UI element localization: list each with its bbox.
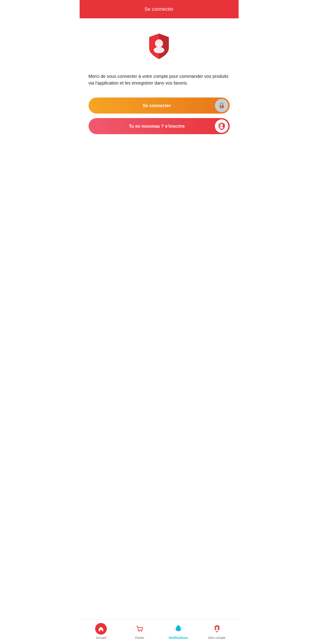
- cart-icon: [135, 624, 144, 633]
- bottom-nav: Accueil Panier Notifications: [80, 619, 238, 644]
- nav-item-cart[interactable]: Panier: [120, 623, 159, 640]
- bell-icon-wrapper: [172, 623, 184, 634]
- svg-point-5: [220, 124, 223, 126]
- main-content: Merci de vous connecter à votre compte p…: [80, 18, 238, 644]
- login-button-label: Se connecter: [88, 103, 230, 108]
- home-circle: [95, 623, 107, 634]
- svg-rect-4: [221, 106, 222, 107]
- svg-point-11: [215, 629, 219, 632]
- header-title: Se connecter: [144, 6, 174, 12]
- home-icon-wrapper: [95, 623, 107, 634]
- cart-icon-wrapper: [134, 623, 146, 634]
- nav-label-notifications: Notifications: [169, 636, 188, 640]
- svg-point-1: [154, 47, 164, 53]
- login-button[interactable]: Se connecter: [88, 98, 230, 114]
- svg-point-8: [141, 630, 142, 632]
- register-button-label: Tu es nouveau ? s'inscrire: [88, 124, 230, 129]
- nav-label-home: Accueil: [96, 636, 106, 640]
- lock-icon: [218, 102, 225, 109]
- bell-icon: [174, 624, 183, 633]
- nav-label-account: Mon compte: [208, 636, 226, 640]
- svg-rect-9: [177, 630, 179, 631]
- account-icon: [212, 624, 222, 633]
- register-button[interactable]: Tu es nouveau ? s'inscrire: [88, 118, 230, 134]
- nav-item-account[interactable]: Mon compte: [198, 623, 236, 640]
- home-icon: [98, 626, 104, 632]
- description-text: Merci de vous connecter à votre compte p…: [88, 73, 230, 86]
- buttons-container: Se connecter Tu es nouv: [88, 98, 230, 134]
- nav-item-notifications[interactable]: Notifications: [159, 623, 198, 640]
- svg-point-10: [216, 626, 218, 629]
- shield-container: [146, 32, 172, 62]
- svg-point-7: [138, 630, 139, 632]
- svg-point-0: [155, 39, 163, 48]
- register-button-icon: [215, 120, 228, 133]
- nav-item-home[interactable]: Accueil: [82, 623, 120, 640]
- header: Se connecter: [80, 0, 238, 18]
- svg-point-6: [220, 126, 224, 129]
- account-icon-wrapper: [211, 623, 223, 634]
- shield-person-icon: [217, 122, 226, 130]
- nav-label-cart: Panier: [135, 636, 144, 640]
- shield-user-icon: [146, 32, 172, 61]
- login-button-icon: [215, 99, 228, 112]
